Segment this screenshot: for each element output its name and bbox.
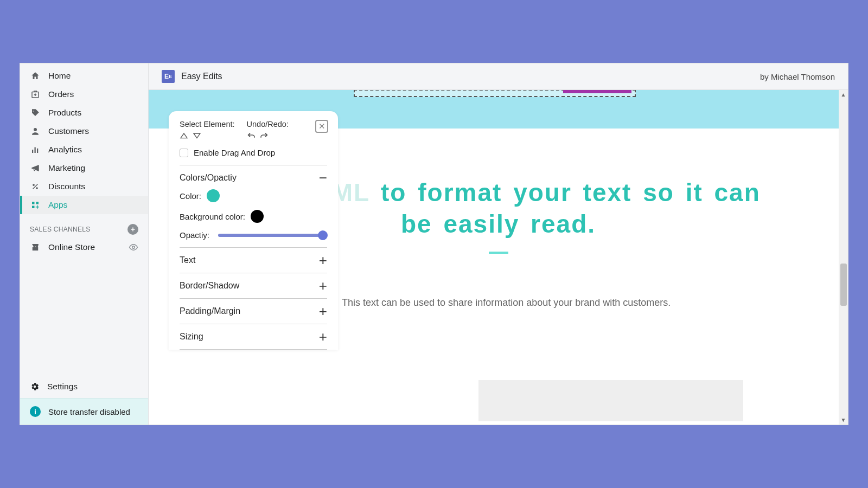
section-title-padding: Padding/Margin (180, 306, 240, 316)
section-title-text: Text (180, 255, 195, 265)
headline-underline (489, 252, 508, 254)
sidebar-item-analytics[interactable]: Analytics (20, 140, 148, 159)
add-channel-button[interactable] (127, 224, 138, 235)
nav-label: Orders (48, 89, 74, 99)
sidebar-item-marketing[interactable]: Marketing (20, 159, 148, 177)
customers-icon (30, 126, 41, 137)
nav-label: Customers (48, 126, 89, 136)
select-child-icon[interactable] (193, 132, 201, 139)
info-icon: i (30, 406, 41, 417)
transfer-label: Store transfer disabled (48, 407, 130, 416)
svg-point-1 (34, 128, 37, 131)
opacity-label: Opactiy: (180, 230, 209, 240)
drag-drop-toggle[interactable]: Enable Drag And Drop (180, 148, 327, 157)
sidebar-item-orders[interactable]: Orders (20, 85, 148, 104)
expand-padding-button[interactable]: + (319, 308, 327, 315)
app-author: by Michael Thomson (760, 72, 835, 81)
drag-drop-label: Enable Drag And Drop (194, 148, 275, 157)
svg-point-5 (33, 184, 35, 186)
store-icon (30, 242, 41, 253)
sidebar-item-customers[interactable]: Customers (20, 122, 148, 140)
nav-label: Home (48, 71, 71, 81)
svg-rect-4 (37, 149, 38, 153)
headline-rest: to format your text so it can be easily … (369, 178, 761, 238)
store-transfer-banner[interactable]: i Store transfer disabled (20, 398, 148, 425)
sidebar-item-discounts[interactable]: Discounts (20, 177, 148, 196)
sidebar-item-products[interactable]: Products (20, 104, 148, 122)
collapse-colors-button[interactable]: − (319, 175, 327, 182)
scrollbar-thumb[interactable] (840, 264, 847, 306)
expand-text-button[interactable]: + (319, 257, 327, 264)
undo-icon[interactable] (247, 132, 256, 140)
section-text: Text + (180, 247, 327, 273)
gear-icon (30, 382, 40, 391)
bg-color-label: Background color: (180, 212, 245, 221)
section-border: Border/Shadow + (180, 273, 327, 298)
select-parent-icon[interactable] (180, 132, 188, 139)
view-store-icon[interactable] (129, 242, 138, 252)
sidebar-item-apps[interactable]: Apps (20, 196, 148, 214)
section-padding: Padding/Margin + (180, 298, 327, 324)
undo-redo-label: Undo/Redo: (247, 120, 289, 129)
apps-icon (30, 200, 41, 210)
bg-color-swatch[interactable] (251, 210, 264, 223)
svg-rect-9 (32, 206, 35, 209)
sidebar: Home Orders Products Customers Analytics (20, 63, 149, 425)
svg-point-10 (132, 246, 135, 249)
products-icon (30, 107, 41, 118)
inspector-panel: Select Element: Undo/Redo: ✕ Enable Drag… (169, 111, 338, 350)
sales-channels-header: SALES CHANNELS (20, 214, 148, 238)
svg-rect-8 (36, 202, 39, 204)
app-logo-icon: EE (162, 70, 175, 83)
app-window: Home Orders Products Customers Analytics (20, 63, 848, 425)
section-title-border: Border/Shadow (180, 281, 239, 291)
selection-highlight (563, 90, 631, 93)
app-name: Easy Edits (181, 72, 222, 81)
section-header-label: SALES CHANNELS (30, 226, 91, 233)
section-colors: Colors/Opactiy − Color: Background color… (180, 165, 327, 247)
nav-label: Online Store (48, 242, 95, 252)
color-swatch[interactable] (207, 189, 220, 202)
sidebar-item-settings[interactable]: Settings (20, 375, 148, 398)
nav-label: Marketing (48, 163, 85, 173)
svg-rect-7 (32, 202, 35, 204)
svg-rect-3 (35, 147, 36, 153)
section-sizing: Sizing + (180, 324, 327, 350)
sidebar-item-home[interactable]: Home (20, 67, 148, 85)
home-icon (30, 70, 41, 81)
image-placeholder[interactable] (478, 380, 743, 421)
section-title-colors: Colors/Opactiy (180, 173, 237, 183)
scroll-up-button[interactable]: ▲ (839, 90, 848, 99)
nav-label: Discounts (48, 182, 85, 191)
nav-label: Products (48, 108, 81, 118)
scroll-down-button[interactable]: ▼ (839, 415, 848, 425)
marketing-icon (30, 163, 41, 174)
nav-list: Home Orders Products Customers Analytics (20, 63, 148, 214)
opacity-slider[interactable] (218, 234, 327, 237)
redo-icon[interactable] (260, 132, 269, 140)
expand-border-button[interactable]: + (319, 282, 327, 290)
orders-icon (30, 89, 41, 100)
topbar: EE Easy Edits by Michael Thomson (149, 63, 848, 90)
expand-sizing-button[interactable]: + (319, 333, 327, 341)
discounts-icon (30, 181, 41, 192)
sidebar-item-online-store[interactable]: Online Store (20, 238, 148, 256)
close-inspector-button[interactable]: ✕ (315, 120, 328, 133)
select-element-label: Select Element: (180, 120, 235, 129)
svg-point-6 (36, 187, 38, 189)
color-label: Color: (180, 191, 201, 201)
nav-label: Analytics (48, 145, 82, 155)
opacity-slider-thumb[interactable] (318, 230, 328, 240)
svg-rect-2 (32, 150, 33, 153)
section-title-sizing: Sizing (180, 332, 203, 342)
checkbox-icon (180, 149, 188, 157)
settings-label: Settings (47, 382, 78, 391)
nav-label: Apps (48, 200, 67, 210)
analytics-icon (30, 144, 41, 155)
